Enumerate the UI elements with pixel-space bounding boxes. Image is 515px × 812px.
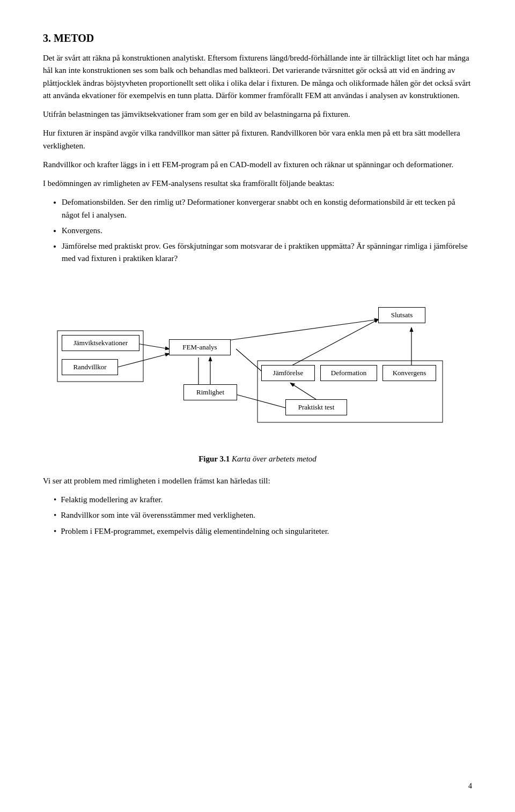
section-heading: 3. METOD	[43, 32, 472, 44]
method-diagram: Jämviktsekvationer Randvillkor FEM-analy…	[56, 281, 459, 437]
bullet-item-3: Jämförelse med praktiskt prov. Ges försk…	[62, 240, 472, 265]
svg-line-1	[115, 354, 169, 368]
box-rimlighet: Rimlighet	[183, 384, 237, 400]
paragraph-3: Hur fixturen är inspänd avgör vilka rand…	[43, 127, 472, 152]
box-slutsats: Slutsats	[378, 307, 425, 323]
box-fem-analys: FEM-analys	[169, 339, 231, 355]
figure-title: Karta över arbetets metod	[232, 455, 317, 463]
figure-number: Figur 3.1	[198, 455, 230, 463]
paragraph-4: Randvillkor och krafter läggs in i ett F…	[43, 159, 472, 171]
svg-line-8	[291, 383, 318, 400]
paragraph-1: Det är svårt att räkna på konstruktionen…	[43, 52, 472, 102]
box-jamviktsekvationer: Jämviktsekvationer	[62, 335, 139, 351]
conclusion-intro: Vi ser att problem med rimligheten i mod…	[43, 475, 472, 487]
paragraph-5: I bedömningen av rimligheten av FEM-anal…	[43, 177, 472, 190]
bullet-item-1: Defomationsbilden. Ser den rimlig ut? De…	[62, 196, 472, 221]
svg-line-0	[137, 344, 169, 349]
paragraph-2: Utifrån belastningen tas jämviktsekvatio…	[43, 108, 472, 121]
conclusion-item-2: Randvillkor som inte väl överensstämmer …	[54, 509, 472, 522]
box-randvillkor: Randvillkor	[62, 359, 118, 375]
bullet-item-2: Konvergens.	[62, 225, 472, 237]
figure-caption: Figur 3.1 Karta över arbetets metod	[43, 453, 472, 465]
box-konvergens: Konvergens	[382, 365, 436, 381]
svg-line-2	[228, 319, 378, 340]
box-deformation: Deformation	[320, 365, 377, 381]
svg-line-10	[291, 319, 378, 366]
conclusion-item-3: Problem i FEM-programmet, exempelvis dål…	[54, 525, 472, 538]
box-jamforelse: Jämförelse	[261, 365, 315, 381]
box-praktiskt-test: Praktiskt test	[285, 399, 347, 415]
conclusion-item-1: Felaktig modellering av krafter.	[54, 494, 472, 506]
conclusion-list: Felaktig modellering av krafter. Randvil…	[54, 494, 472, 538]
page-number: 4	[468, 782, 472, 791]
bullet-list: Defomationsbilden. Ser den rimlig ut? De…	[62, 196, 472, 265]
svg-line-7	[236, 394, 290, 409]
